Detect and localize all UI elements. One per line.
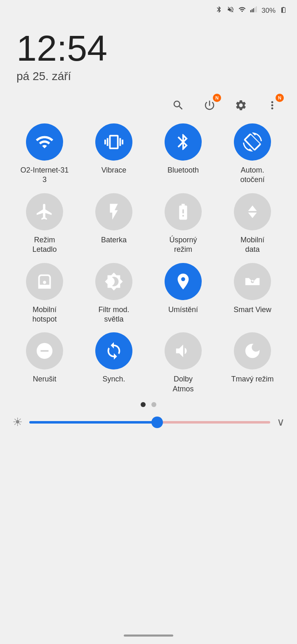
top-actions: N N — [0, 87, 297, 119]
qs-bluetooth-label: Bluetooth — [167, 166, 199, 175]
qs-hotspot-circle — [26, 263, 63, 300]
home-indicator[interactable] — [124, 635, 173, 637]
search-button[interactable] — [168, 95, 188, 115]
qs-wifi-label: O2-Internet-313 — [20, 166, 68, 185]
brightness-slider[interactable] — [29, 421, 270, 424]
qs-vibrace-circle — [95, 123, 132, 161]
qs-battery-saver-circle — [165, 193, 202, 230]
brightness-thumb[interactable] — [151, 417, 163, 428]
qs-vibrace[interactable]: Vibrace — [83, 123, 144, 185]
qs-hotspot[interactable]: Mobilníhotspot — [14, 263, 75, 324]
status-bar: 30% — [0, 0, 297, 18]
qs-darkmode-circle — [234, 332, 271, 369]
qs-location[interactable]: Umístění — [153, 263, 214, 324]
qs-hotspot-label: Mobilníhotspot — [32, 305, 57, 324]
qs-wifi[interactable]: O2-Internet-313 — [14, 123, 75, 185]
qs-sync-circle — [95, 332, 132, 369]
qs-airplane-circle — [26, 193, 63, 230]
svg-rect-6 — [283, 7, 285, 8]
brightness-row: ☀ ∨ — [0, 411, 297, 435]
qs-mobile-data-label: Mobilnídata — [240, 235, 264, 255]
qs-location-label: Umístění — [168, 305, 198, 315]
qs-autorotate-label: Autom.otočení — [240, 166, 264, 185]
qs-dnd-label: Nerušit — [33, 374, 56, 384]
qs-smartview-label: Smart View — [233, 305, 271, 315]
qs-bluelight-label: Filtr mod.světla — [98, 305, 129, 324]
svg-rect-4 — [256, 7, 257, 12]
mute-icon — [227, 6, 234, 15]
page-dot-1[interactable] — [141, 402, 146, 407]
svg-rect-1 — [252, 9, 252, 12]
qs-vibrace-label: Vibrace — [101, 166, 127, 175]
qs-sync-label: Synch. — [102, 374, 125, 384]
qs-dolby-label: DolbyAtmos — [172, 374, 193, 394]
qs-airplane-label: RežimLetadlo — [32, 235, 57, 255]
qs-row-2: RežimLetadlo Baterka Úspornýrežim Mobiln… — [10, 193, 287, 255]
quick-settings: O2-Internet-313 Vibrace Bluetooth Autom.… — [0, 119, 297, 394]
qs-bluetooth[interactable]: Bluetooth — [153, 123, 214, 185]
signal-icon — [250, 6, 257, 15]
svg-rect-2 — [253, 8, 254, 12]
page-dot-2[interactable] — [151, 402, 156, 407]
qs-sync[interactable]: Synch. — [83, 332, 144, 394]
power-badge: N — [213, 94, 221, 102]
svg-rect-7 — [282, 8, 283, 12]
battery-text: 30% — [262, 7, 276, 15]
qs-flashlight-label: Baterka — [101, 235, 127, 245]
brightness-icon: ☀ — [12, 415, 23, 429]
qs-row-4: Nerušit Synch. DolbyAtmos Tmavý režim — [10, 332, 287, 394]
qs-mobile-data[interactable]: Mobilnídata — [222, 193, 283, 255]
qs-row-3: Mobilníhotspot Filtr mod.světla Umístění… — [10, 263, 287, 324]
battery-icon — [280, 6, 287, 15]
qs-dolby[interactable]: DolbyAtmos — [153, 332, 214, 394]
svg-rect-3 — [255, 7, 255, 12]
more-button[interactable]: N — [262, 95, 282, 115]
qs-flashlight-circle — [95, 193, 132, 230]
qs-bluetooth-circle — [165, 123, 202, 161]
qs-battery-saver-label: Úspornýrežim — [169, 235, 197, 255]
more-badge: N — [276, 94, 284, 102]
qs-battery-saver[interactable]: Úspornýrežim — [153, 193, 214, 255]
svg-rect-0 — [250, 10, 251, 12]
qs-autorotate-circle — [234, 123, 271, 161]
qs-row-1: O2-Internet-313 Vibrace Bluetooth Autom.… — [10, 123, 287, 185]
power-button[interactable]: N — [200, 95, 219, 115]
qs-darkmode-label: Tmavý režim — [231, 374, 274, 384]
qs-mobile-data-circle — [234, 193, 271, 230]
qs-dnd-circle — [26, 332, 63, 369]
qs-wifi-circle — [26, 123, 63, 161]
brightness-expand-button[interactable]: ∨ — [277, 416, 285, 429]
qs-dolby-circle — [165, 332, 202, 369]
qs-smartview-circle — [234, 263, 271, 300]
qs-bluelight-circle — [95, 263, 132, 300]
qs-location-circle — [165, 263, 202, 300]
qs-bluelight[interactable]: Filtr mod.světla — [83, 263, 144, 324]
qs-flashlight[interactable]: Baterka — [83, 193, 144, 255]
qs-smartview[interactable]: Smart View — [222, 263, 283, 324]
settings-button[interactable] — [231, 95, 251, 115]
qs-dnd[interactable]: Nerušit — [14, 332, 75, 394]
clock-area: 12:54 pá 25. září — [0, 18, 297, 87]
wifi-icon — [238, 6, 246, 15]
qs-autorotate[interactable]: Autom.otočení — [222, 123, 283, 185]
page-indicators — [0, 402, 297, 407]
qs-airplane[interactable]: RežimLetadlo — [14, 193, 75, 255]
clock-time: 12:54 — [16, 30, 280, 66]
clock-date: pá 25. září — [16, 70, 280, 83]
bluetooth-icon — [215, 6, 223, 15]
qs-darkmode[interactable]: Tmavý režim — [222, 332, 283, 394]
